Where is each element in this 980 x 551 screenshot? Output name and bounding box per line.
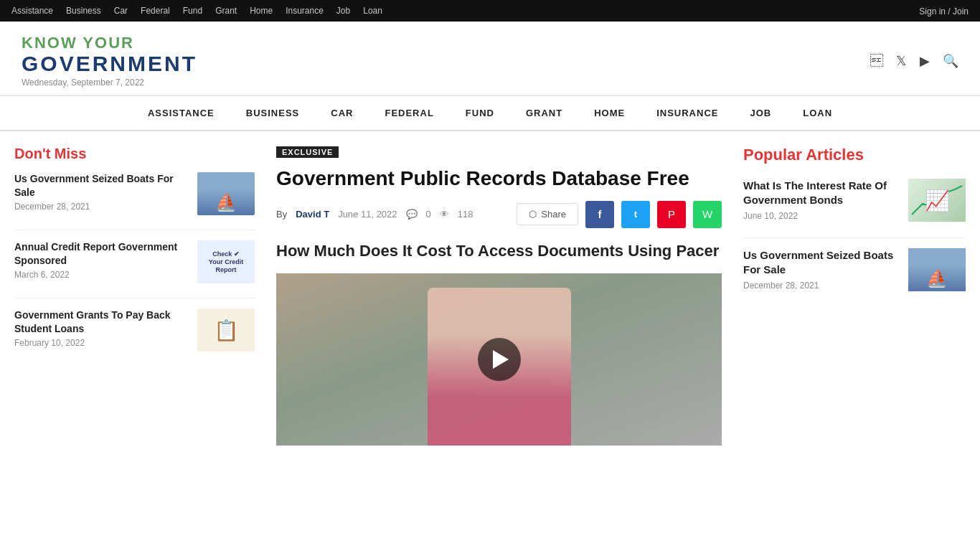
topbar-link-home[interactable]: Home <box>250 6 273 16</box>
youtube-icon[interactable]: ▶ <box>920 53 930 69</box>
nav-insurance[interactable]: INSURANCE <box>641 96 734 130</box>
article-by-label: By <box>276 209 287 220</box>
sidebar-item-grants-title[interactable]: Government Grants To Pay Back Student Lo… <box>14 309 189 334</box>
popular-item-bonds-image <box>908 179 966 222</box>
share-icon: ⬡ <box>529 209 537 220</box>
header-social-icons:  𝕏 ▶ 🔍 <box>870 53 958 69</box>
nav-loan[interactable]: LOAN <box>787 96 848 130</box>
comment-icon: 💬 <box>406 209 418 220</box>
topbar-link-grant[interactable]: Grant <box>215 6 237 16</box>
sidebar-item-credit-text: Annual Credit Report Government Sponsore… <box>14 240 189 279</box>
twitter-share-button[interactable]: t <box>621 201 650 228</box>
share-bar: ⬡ Share f t P W <box>517 201 722 228</box>
share-label: Share <box>541 209 566 220</box>
views-icon: 👁 <box>440 209 449 220</box>
exclusive-badge: EXCLUSIVE <box>276 146 339 158</box>
sidebar-item-grants-date: February 10, 2022 <box>14 338 189 348</box>
logo-bottom-text: GOVERNMENT <box>22 52 197 75</box>
article-views: 118 <box>458 209 473 220</box>
share-button[interactable]: ⬡ Share <box>517 203 578 225</box>
sidebar-item-credit-image: Check ✔Your CreditReport <box>197 240 255 283</box>
nav-home[interactable]: HOME <box>578 96 641 130</box>
site-date: Wednesday, September 7, 2022 <box>22 78 197 88</box>
article-author[interactable]: David T <box>296 209 329 220</box>
sidebar-item-boats-image <box>197 172 255 215</box>
topbar-link-loan[interactable]: Loan <box>363 6 382 16</box>
article-title: Government Public Records Database Free <box>276 166 722 191</box>
popular-item-boats-image <box>908 248 966 291</box>
top-bar: Assistance Business Car Federal Fund Gra… <box>0 0 980 22</box>
popular-item-boats: Us Government Seized Boats For Sale Dece… <box>743 248 966 291</box>
site-header: KNOW YOUR GOVERNMENT Wednesday, Septembe… <box>0 22 980 95</box>
logo: KNOW YOUR GOVERNMENT Wednesday, Septembe… <box>22 34 197 88</box>
logo-top-text: KNOW YOUR <box>22 34 197 52</box>
nav-assistance[interactable]: ASSISTANCE <box>132 96 230 130</box>
twitter-icon[interactable]: 𝕏 <box>896 53 907 69</box>
whatsapp-share-button[interactable]: W <box>693 201 722 228</box>
popular-item-boats-title[interactable]: Us Government Seized Boats For Sale <box>743 248 900 276</box>
nav-grant[interactable]: GRANT <box>510 96 578 130</box>
dont-miss-title: Don't Miss <box>14 146 255 162</box>
signin-link[interactable]: Sign in / Join <box>919 6 969 17</box>
popular-item-bonds-title[interactable]: What Is The Interest Rate Of Government … <box>743 179 900 207</box>
main-navigation: ASSISTANCE BUSINESS CAR FEDERAL FUND GRA… <box>0 95 980 131</box>
popular-item-boats-text: Us Government Seized Boats For Sale Dece… <box>743 248 900 291</box>
popular-item-bonds-text: What Is The Interest Rate Of Government … <box>743 179 900 221</box>
nav-car[interactable]: CAR <box>315 96 369 130</box>
article-date: June 11, 2022 <box>338 209 397 220</box>
topbar-link-assistance[interactable]: Assistance <box>11 6 53 16</box>
main-article: EXCLUSIVE Government Public Records Data… <box>276 146 722 445</box>
sidebar-item-credit: Annual Credit Report Government Sponsore… <box>14 240 255 283</box>
search-icon[interactable]: 🔍 <box>943 53 958 69</box>
sidebar-item-boats-title[interactable]: Us Government Seized Boats For Sale <box>14 172 189 198</box>
content-wrapper: Don't Miss Us Government Seized Boats Fo… <box>0 131 980 445</box>
topbar-link-job[interactable]: Job <box>336 6 350 16</box>
sidebar-item-boats-text: Us Government Seized Boats For Sale Dece… <box>14 172 189 211</box>
top-bar-signin: Sign in / Join <box>919 5 969 17</box>
article-meta: By David T June 11, 2022 💬 0 👁 118 ⬡ Sha… <box>276 201 722 228</box>
topbar-link-insurance[interactable]: Insurance <box>286 6 324 16</box>
topbar-link-federal[interactable]: Federal <box>141 6 170 16</box>
pinterest-share-button[interactable]: P <box>657 201 686 228</box>
nav-federal[interactable]: FEDERAL <box>369 96 449 130</box>
left-sidebar: Don't Miss Us Government Seized Boats Fo… <box>14 146 255 445</box>
article-video[interactable] <box>276 273 722 446</box>
nav-business[interactable]: BUSINESS <box>230 96 315 130</box>
topbar-link-fund[interactable]: Fund <box>183 6 202 16</box>
facebook-share-button[interactable]: f <box>585 201 614 228</box>
sidebar-item-grants-text: Government Grants To Pay Back Student Lo… <box>14 309 189 347</box>
article-comments: 0 <box>426 209 431 220</box>
popular-item-bonds-date: June 10, 2022 <box>743 211 900 221</box>
sidebar-item-credit-date: March 6, 2022 <box>14 270 189 280</box>
sidebar-item-boats: Us Government Seized Boats For Sale Dece… <box>14 172 255 215</box>
topbar-link-car[interactable]: Car <box>114 6 128 16</box>
sidebar-item-grants-image: 📋 <box>197 309 255 352</box>
topbar-link-business[interactable]: Business <box>66 6 101 16</box>
popular-articles-title: Popular Articles <box>743 146 966 164</box>
popular-item-boats-date: December 28, 2021 <box>743 281 900 291</box>
nav-fund[interactable]: FUND <box>450 96 510 130</box>
sidebar-item-boats-date: December 28, 2021 <box>14 202 189 212</box>
facebook-icon[interactable]:  <box>870 54 883 69</box>
article-subtitle: How Much Does It Cost To Access Document… <box>276 241 722 262</box>
sidebar-item-credit-title[interactable]: Annual Credit Report Government Sponsore… <box>14 240 189 266</box>
nav-job[interactable]: JOB <box>734 96 787 130</box>
top-bar-links: Assistance Business Car Federal Fund Gra… <box>11 6 382 16</box>
play-button[interactable] <box>478 338 521 381</box>
sidebar-item-grants: Government Grants To Pay Back Student Lo… <box>14 309 255 352</box>
right-sidebar: Popular Articles What Is The Interest Ra… <box>743 146 966 445</box>
popular-item-bonds: What Is The Interest Rate Of Government … <box>743 179 966 222</box>
